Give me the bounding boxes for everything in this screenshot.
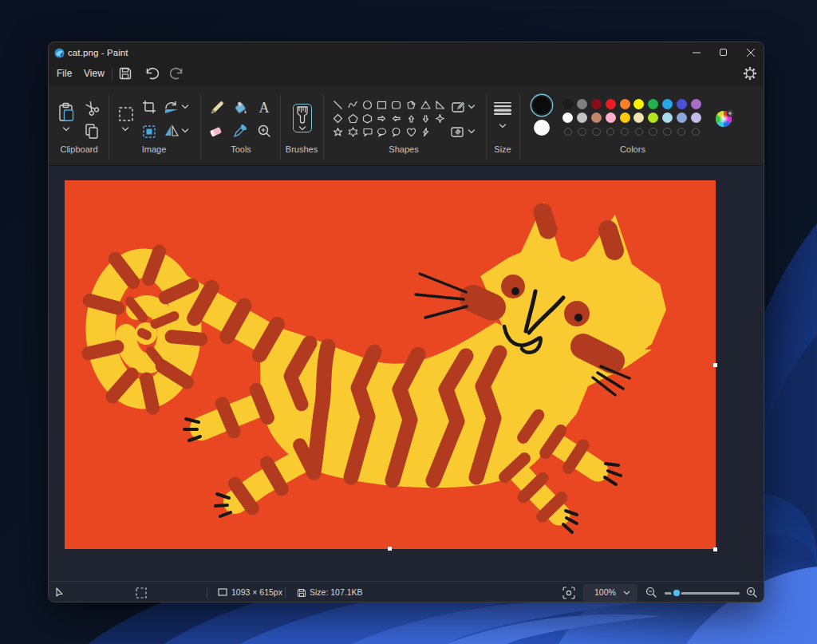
svg-text:A: A	[259, 101, 270, 115]
